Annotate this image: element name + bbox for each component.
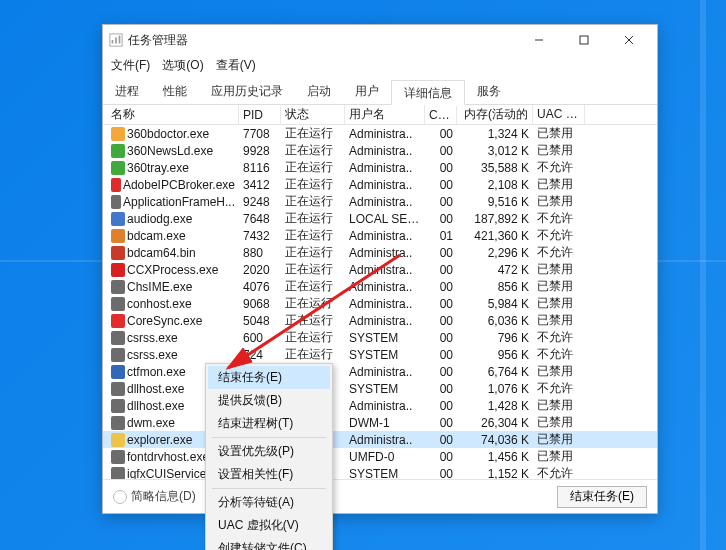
table-row[interactable]: csrss.exe600正在运行SYSTEM00796 K不允许: [103, 329, 657, 346]
tab-0[interactable]: 进程: [103, 79, 151, 104]
cell-uac: 已禁用: [533, 295, 585, 312]
cell-status: 正在运行: [281, 176, 345, 193]
cell-mem: 856 K: [457, 280, 533, 294]
col-status[interactable]: 状态: [281, 105, 345, 125]
process-icon: [111, 246, 125, 260]
process-table: 名称 PID 状态 用户名 CPU 内存(活动的 UAC 虚拟化 360bdoc…: [103, 105, 657, 479]
cell-pid: 4076: [239, 280, 281, 294]
cell-uac: 不允许: [533, 329, 585, 346]
cell-user: Administra..: [345, 263, 425, 277]
process-name: bdcam.exe: [127, 229, 186, 243]
cell-mem: 1,456 K: [457, 450, 533, 464]
cell-status: 正在运行: [281, 329, 345, 346]
cell-status: 正在运行: [281, 193, 345, 210]
table-row[interactable]: dllhost.exe9872正在运行Administra..001,428 K…: [103, 397, 657, 414]
context-menu-item[interactable]: 结束任务(E): [208, 366, 330, 389]
process-name: csrss.exe: [127, 348, 178, 362]
cell-pid: 724: [239, 348, 281, 362]
table-row[interactable]: igfxCUIServiceSYSTEM001,152 K不允许: [103, 465, 657, 479]
cell-pid: 7648: [239, 212, 281, 226]
context-menu-item[interactable]: 设置优先级(P): [208, 440, 330, 463]
table-row[interactable]: conhost.exe9068正在运行Administra..005,984 K…: [103, 295, 657, 312]
cell-mem: 6,764 K: [457, 365, 533, 379]
tabs: 进程性能应用历史记录启动用户详细信息服务: [103, 79, 657, 105]
table-row[interactable]: csrss.exe724正在运行SYSTEM00956 K不允许: [103, 346, 657, 363]
process-icon: [111, 382, 125, 396]
context-menu: 结束任务(E)提供反馈(B)结束进程树(T)设置优先级(P)设置相关性(F)分析…: [205, 363, 333, 550]
close-button[interactable]: [606, 26, 651, 54]
table-row[interactable]: bdcam64.bin880正在运行Administra..002,296 K不…: [103, 244, 657, 261]
tab-2[interactable]: 应用历史记录: [199, 79, 295, 104]
cell-uac: 已禁用: [533, 278, 585, 295]
process-name: dllhost.exe: [127, 399, 184, 413]
tab-3[interactable]: 启动: [295, 79, 343, 104]
maximize-button[interactable]: [561, 26, 606, 54]
minimize-button[interactable]: [516, 26, 561, 54]
cell-status: 正在运行: [281, 125, 345, 142]
col-name[interactable]: 名称: [107, 105, 239, 125]
cell-cpu: 00: [425, 297, 457, 311]
cell-user: Administra..: [345, 195, 425, 209]
process-name: ChsIME.exe: [127, 280, 192, 294]
table-row[interactable]: CoreSync.exe5048正在运行Administra..006,036 …: [103, 312, 657, 329]
table-row[interactable]: 360NewsLd.exe9928正在运行Administra..003,012…: [103, 142, 657, 159]
tab-1[interactable]: 性能: [151, 79, 199, 104]
cell-cpu: 00: [425, 382, 457, 396]
table-row[interactable]: audiodg.exe7648正在运行LOCAL SER..00187,892 …: [103, 210, 657, 227]
cell-user: SYSTEM: [345, 467, 425, 480]
table-row[interactable]: AdobeIPCBroker.exe3412正在运行Administra..00…: [103, 176, 657, 193]
tab-5[interactable]: 详细信息: [391, 80, 465, 105]
context-menu-item[interactable]: UAC 虚拟化(V): [208, 514, 330, 537]
cell-uac: 不允许: [533, 244, 585, 261]
process-name: dwm.exe: [127, 416, 175, 430]
cell-mem: 956 K: [457, 348, 533, 362]
table-row[interactable]: 360bdoctor.exe7708正在运行Administra..001,32…: [103, 125, 657, 142]
table-row[interactable]: ApplicationFrameH...9248正在运行Administra..…: [103, 193, 657, 210]
table-row[interactable]: dllhost.exe7736正在运行SYSTEM001,076 K不允许: [103, 380, 657, 397]
context-menu-item[interactable]: 提供反馈(B): [208, 389, 330, 412]
menu-file[interactable]: 文件(F): [111, 57, 150, 74]
process-icon: [111, 399, 125, 413]
context-menu-item[interactable]: 设置相关性(F): [208, 463, 330, 486]
tab-4[interactable]: 用户: [343, 79, 391, 104]
cell-uac: 不允许: [533, 210, 585, 227]
cell-mem: 26,304 K: [457, 416, 533, 430]
table-row[interactable]: 360tray.exe8116正在运行Administra..0035,588 …: [103, 159, 657, 176]
context-menu-item[interactable]: 结束进程树(T): [208, 412, 330, 435]
cell-user: Administra..: [345, 144, 425, 158]
context-menu-item[interactable]: 分析等待链(A): [208, 491, 330, 514]
cell-uac: 不允许: [533, 346, 585, 363]
cell-cpu: 00: [425, 399, 457, 413]
process-icon: [111, 127, 125, 141]
cell-user: Administra..: [345, 314, 425, 328]
col-user[interactable]: 用户名: [345, 105, 425, 125]
table-row[interactable]: dwm.exe1076正在运行DWM-10026,304 K已禁用: [103, 414, 657, 431]
cell-user: Administra..: [345, 365, 425, 379]
table-row[interactable]: explorer.exe4256正在运行Administra..0074,036…: [103, 431, 657, 448]
col-pid[interactable]: PID: [239, 106, 281, 124]
col-cpu[interactable]: CPU: [425, 106, 457, 124]
menu-options[interactable]: 选项(O): [162, 57, 203, 74]
cell-status: 正在运行: [281, 159, 345, 176]
end-task-button[interactable]: 结束任务(E): [557, 486, 647, 508]
menu-view[interactable]: 查看(V): [216, 57, 256, 74]
tab-6[interactable]: 服务: [465, 79, 513, 104]
cell-uac: 不允许: [533, 227, 585, 244]
context-menu-item[interactable]: 创建转储文件(C): [208, 537, 330, 550]
cell-mem: 187,892 K: [457, 212, 533, 226]
cell-uac: 不允许: [533, 465, 585, 479]
cell-pid: 600: [239, 331, 281, 345]
col-mem[interactable]: 内存(活动的: [457, 105, 533, 125]
col-uac[interactable]: UAC 虚拟化: [533, 105, 585, 125]
cell-status: 正在运行: [281, 210, 345, 227]
cell-mem: 74,036 K: [457, 433, 533, 447]
process-icon: [111, 212, 125, 226]
cell-user: Administra..: [345, 229, 425, 243]
table-row[interactable]: fontdrvhost.exeUMFD-0001,456 K已禁用: [103, 448, 657, 465]
cell-mem: 1,428 K: [457, 399, 533, 413]
table-row[interactable]: bdcam.exe7432正在运行Administra..01421,360 K…: [103, 227, 657, 244]
cell-uac: 已禁用: [533, 193, 585, 210]
table-row[interactable]: ChsIME.exe4076正在运行Administra..00856 K已禁用: [103, 278, 657, 295]
table-row[interactable]: CCXProcess.exe2020正在运行Administra..00472 …: [103, 261, 657, 278]
table-row[interactable]: ctfmon.exe3648正在运行Administra..006,764 K已…: [103, 363, 657, 380]
